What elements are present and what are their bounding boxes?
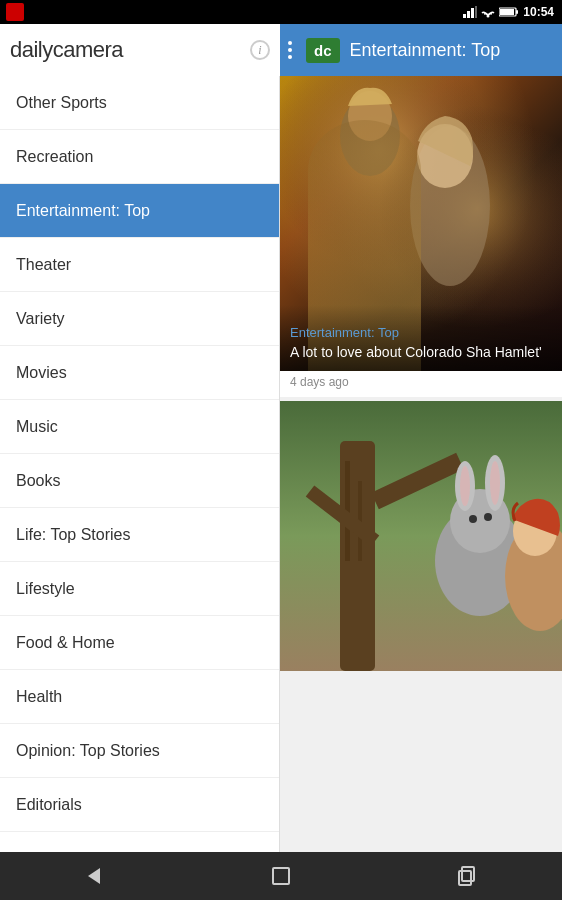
battery-icon (499, 6, 519, 18)
svg-rect-1 (467, 11, 470, 18)
home-icon (269, 864, 293, 888)
sidebar-item-books[interactable]: Books (0, 454, 279, 508)
svg-point-27 (484, 513, 492, 521)
svg-rect-0 (463, 14, 466, 18)
main-layout: Other Sports Recreation Entertainment: T… (0, 76, 562, 852)
dc-badge: dc (306, 38, 340, 63)
svg-point-26 (469, 515, 477, 523)
sidebar-item-variety[interactable]: Variety (0, 292, 279, 346)
sidebar-item-life-top-stories[interactable]: Life: Top Stories (0, 508, 279, 562)
svg-point-4 (487, 15, 490, 18)
signal-icon (463, 6, 477, 18)
recents-icon (456, 864, 480, 888)
outdoor-svg (280, 401, 562, 671)
back-icon (82, 864, 106, 888)
article-image-1: Entertainment: Top A lot to love about C… (280, 76, 562, 371)
article-overlay-headline: A lot to love about Colorado Sha Hamlet' (290, 343, 552, 361)
sidebar-item-theater[interactable]: Theater (0, 238, 279, 292)
status-icons: 10:54 (463, 5, 554, 19)
sidebar-item-food-home[interactable]: Food & Home (0, 616, 279, 670)
info-icon[interactable]: i (250, 40, 270, 60)
svg-rect-3 (475, 6, 477, 18)
app-notification-icon (6, 3, 24, 21)
sidebar-item-health[interactable]: Health (0, 670, 279, 724)
svg-marker-30 (88, 868, 100, 884)
article-image-2 (280, 401, 562, 671)
status-time: 10:54 (523, 5, 554, 19)
menu-button[interactable] (280, 41, 300, 59)
article-card-2[interactable] (280, 401, 562, 671)
content-area: Entertainment: Top A lot to love about C… (280, 76, 562, 852)
sidebar-item-music[interactable]: Music (0, 400, 279, 454)
sidebar-item-recreation[interactable]: Recreation (0, 130, 279, 184)
svg-rect-2 (471, 8, 474, 18)
article-image-overlay: Entertainment: Top A lot to love about C… (280, 305, 562, 371)
wifi-icon (481, 6, 495, 18)
recents-button[interactable] (443, 859, 493, 894)
sidebar-item-lifestyle[interactable]: Lifestyle (0, 562, 279, 616)
svg-rect-31 (273, 868, 289, 884)
sidebar-item-entertainment-top[interactable]: Entertainment: Top (0, 184, 279, 238)
home-button[interactable] (256, 859, 306, 894)
status-bar-left (6, 0, 28, 24)
article-overlay-category: Entertainment: Top (290, 325, 552, 340)
sidebar-item-movies[interactable]: Movies (0, 346, 279, 400)
svg-rect-6 (516, 10, 518, 14)
sidebar-item-editorials[interactable]: Editorials (0, 778, 279, 832)
header: dailycamera i dc Entertainment: Top (0, 24, 562, 76)
header-logo-area: dailycamera i (0, 24, 280, 76)
back-button[interactable] (69, 859, 119, 894)
svg-point-25 (490, 461, 500, 505)
article-time-1: 4 days ago (280, 371, 562, 397)
sidebar-item-opinion-top-stories[interactable]: Opinion: Top Stories (0, 724, 279, 778)
svg-point-24 (460, 466, 470, 506)
header-title: Entertainment: Top (350, 40, 501, 61)
bottom-nav (0, 852, 562, 900)
svg-rect-7 (500, 9, 514, 15)
sidebar: Other Sports Recreation Entertainment: T… (0, 76, 280, 852)
article-card-1[interactable]: Entertainment: Top A lot to love about C… (280, 76, 562, 397)
svg-rect-32 (462, 867, 474, 881)
svg-rect-33 (459, 871, 471, 885)
status-bar: 10:54 (0, 0, 562, 24)
sidebar-item-other-sports[interactable]: Other Sports (0, 76, 279, 130)
app-logo: dailycamera (10, 37, 123, 63)
